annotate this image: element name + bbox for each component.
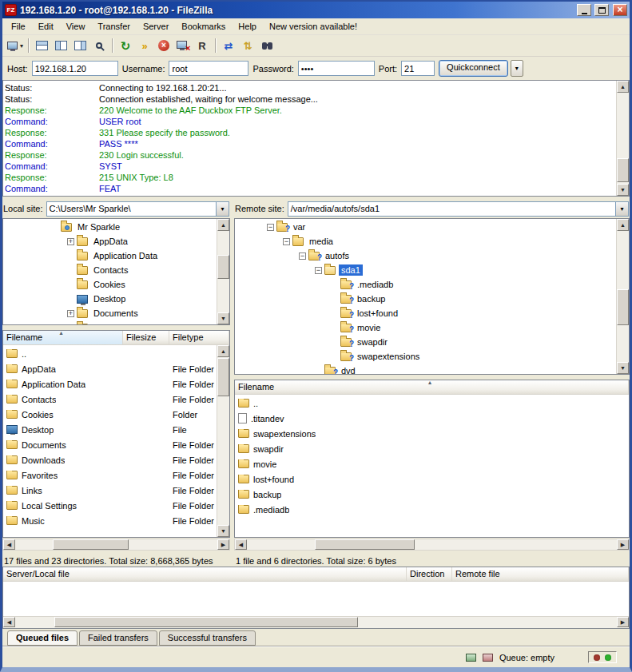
- remote-site-dropdown-button[interactable]: ▾: [615, 202, 628, 216]
- tree-item-dvd[interactable]: ?dvd: [235, 364, 616, 374]
- cancel-button[interactable]: ×: [154, 37, 173, 54]
- scroll-up-icon[interactable]: ▲: [617, 81, 629, 93]
- tree-item-sda1[interactable]: −sda1: [235, 263, 616, 277]
- scroll-down-icon[interactable]: ▼: [217, 312, 229, 324]
- password-input[interactable]: [298, 61, 375, 76]
- tree-item-lost-found[interactable]: ?lost+found: [235, 306, 616, 320]
- tree-item-var[interactable]: −?var: [235, 220, 616, 234]
- scroll-left-icon[interactable]: ◀: [235, 539, 247, 550]
- column-header-remote-file[interactable]: Remote file: [452, 567, 629, 581]
- file-row-cookies[interactable]: CookiesFolder: [3, 407, 229, 422]
- tree-item-autofs[interactable]: −?autofs: [235, 249, 616, 263]
- scroll-thumb[interactable]: [217, 255, 229, 279]
- scroll-up-icon[interactable]: ▲: [217, 345, 229, 357]
- file-row-local-settings[interactable]: Local SettingsFile Folder: [3, 498, 229, 513]
- scroll-left-icon[interactable]: ◀: [3, 617, 15, 627]
- local-site-path[interactable]: C:\Users\Mr Sparkle\: [47, 204, 216, 213]
- scroll-thumb[interactable]: [617, 289, 629, 325]
- statusbar-icon-a[interactable]: [466, 654, 476, 662]
- file-row-appdata[interactable]: AppDataFile Folder: [3, 361, 229, 376]
- remote-horizontal-scrollbar[interactable]: ◀ ▶: [234, 539, 630, 551]
- tree-item-movie[interactable]: ?movie: [235, 320, 616, 335]
- collapse-icon[interactable]: −: [283, 238, 290, 245]
- column-header-filesize[interactable]: Filesize: [123, 331, 169, 344]
- expand-icon[interactable]: +: [67, 310, 74, 317]
- tree-item-application-data[interactable]: Application Data: [3, 249, 217, 263]
- quickconnect-button[interactable]: Quickconnect: [439, 60, 508, 77]
- file-row-up[interactable]: ..: [235, 396, 629, 411]
- collapse-icon[interactable]: −: [299, 252, 306, 260]
- column-header-server-local-file[interactable]: Server/Local file: [3, 567, 407, 581]
- quickconnect-dropdown-button[interactable]: ▾: [511, 60, 523, 77]
- file-row-links[interactable]: LinksFile Folder: [3, 483, 229, 498]
- tree-item-appdata[interactable]: +AppData: [3, 234, 217, 249]
- tree-item-media[interactable]: −media: [235, 234, 616, 249]
- tab-failed-transfers[interactable]: Failed transfers: [79, 630, 157, 646]
- menu-help[interactable]: Help: [232, 19, 263, 34]
- column-header-filename[interactable]: ▴Filename: [3, 331, 123, 344]
- tree-item-mr-sparkle[interactable]: Mr Sparkle: [3, 220, 217, 234]
- scroll-thumb[interactable]: [54, 617, 358, 627]
- tree-item-documents[interactable]: +Documents: [3, 306, 217, 320]
- tree-item-desktop[interactable]: Desktop: [3, 292, 217, 306]
- statusbar-icon-b[interactable]: [483, 654, 493, 662]
- site-manager-button[interactable]: ▾: [6, 37, 25, 54]
- scroll-right-icon[interactable]: ▶: [617, 539, 629, 550]
- file-row-up[interactable]: ..: [3, 346, 229, 361]
- tree-item-backup[interactable]: ?backup: [235, 292, 616, 306]
- menu-transfer[interactable]: Transfer: [91, 19, 137, 34]
- file-row-swapextensions[interactable]: swapextensions: [235, 426, 629, 441]
- maximize-button[interactable]: [594, 4, 609, 16]
- file-row-music[interactable]: MusicFile Folder: [3, 513, 229, 528]
- minimize-button[interactable]: [577, 4, 591, 16]
- file-row-movie[interactable]: movie: [235, 456, 629, 471]
- scroll-up-icon[interactable]: ▲: [217, 219, 229, 231]
- file-row-downloads[interactable]: DownloadsFile Folder: [3, 452, 229, 467]
- file-row-lost-found[interactable]: lost+found: [235, 471, 629, 487]
- refresh-button[interactable]: ↻: [116, 37, 135, 54]
- tree-item-cookies[interactable]: Cookies: [3, 277, 217, 292]
- scroll-down-icon[interactable]: ▼: [617, 184, 629, 196]
- remote-site-path[interactable]: /var/media/autofs/sda1: [288, 204, 615, 213]
- menu-new-version-notice[interactable]: New version available!: [263, 19, 364, 34]
- tree-item-downloads[interactable]: +Downloads: [3, 320, 217, 324]
- tree-item-contacts[interactable]: Contacts: [3, 263, 217, 277]
- menu-view[interactable]: View: [60, 19, 92, 34]
- local-tree-scrollbar[interactable]: ▲ ▼: [217, 219, 229, 324]
- tab-successful-transfers[interactable]: Successful transfers: [159, 630, 256, 646]
- scroll-right-icon[interactable]: ▶: [617, 617, 629, 627]
- menu-edit[interactable]: Edit: [32, 19, 60, 34]
- scroll-left-icon[interactable]: ◀: [3, 539, 15, 550]
- close-button[interactable]: ×: [613, 4, 627, 16]
- tree-item-swapdir[interactable]: ?swapdir: [235, 335, 616, 349]
- queue-horizontal-scrollbar[interactable]: ◀ ▶: [3, 616, 629, 628]
- column-header-filename[interactable]: ▴Filename: [235, 380, 629, 394]
- local-horizontal-scrollbar[interactable]: ◀ ▶: [2, 539, 230, 551]
- scroll-up-icon[interactable]: ▲: [617, 219, 629, 231]
- scroll-thumb[interactable]: [53, 539, 129, 550]
- file-row-desktop[interactable]: DesktopFile: [3, 422, 229, 437]
- host-input[interactable]: [32, 61, 118, 76]
- scroll-thumb[interactable]: [217, 358, 229, 396]
- tree-item-mediadb[interactable]: ?.mediadb: [235, 277, 616, 292]
- tab-queued-files[interactable]: Queued files: [7, 630, 78, 646]
- expand-icon[interactable]: +: [67, 238, 74, 245]
- file-row-titandev[interactable]: .titandev: [235, 411, 629, 426]
- titlebar[interactable]: FZ 192.168.1.20 - root@192.168.1.20 - Fi…: [2, 2, 630, 18]
- toggle-local-tree-button[interactable]: [51, 37, 70, 54]
- collapse-icon[interactable]: −: [267, 224, 274, 231]
- scroll-down-icon[interactable]: ▼: [617, 362, 629, 374]
- column-header-filetype[interactable]: Filetype: [169, 331, 229, 344]
- menu-server[interactable]: Server: [137, 19, 175, 34]
- tree-item-swapextensions[interactable]: ?swapextensions: [235, 349, 616, 364]
- collapse-icon[interactable]: −: [315, 267, 322, 274]
- scroll-right-icon[interactable]: ▶: [217, 539, 229, 550]
- reconnect-button[interactable]: R: [193, 37, 212, 54]
- file-row-contacts[interactable]: ContactsFile Folder: [3, 392, 229, 407]
- toggle-remote-tree-button[interactable]: [70, 37, 89, 54]
- column-header-direction[interactable]: Direction: [407, 567, 452, 581]
- port-input[interactable]: [401, 61, 435, 76]
- disconnect-button[interactable]: ×: [173, 37, 193, 54]
- local-site-dropdown-button[interactable]: ▾: [216, 202, 229, 216]
- file-row-swapdir[interactable]: swapdir: [235, 441, 629, 456]
